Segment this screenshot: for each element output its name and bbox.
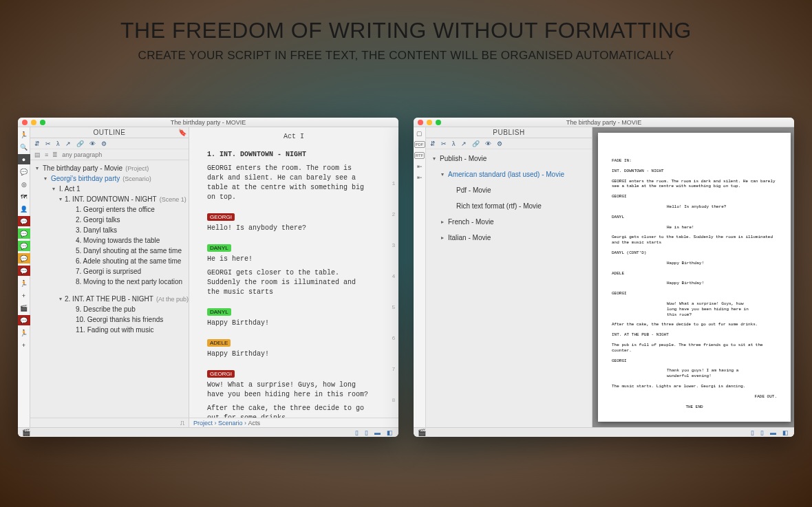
character-green2-icon[interactable]: 💬	[18, 241, 30, 251]
search-icon[interactable]: 🔍	[18, 142, 30, 152]
share-icon[interactable]: ↗	[461, 140, 467, 147]
tree-node[interactable]: ▾Georgi's birthday party (Scenario)	[33, 173, 186, 184]
view-icons[interactable]: ▯ ▯ ▬ ◧	[749, 429, 790, 436]
view-1-icon[interactable]: ▯	[749, 429, 756, 436]
character-green-icon[interactable]: 💬	[18, 228, 30, 239]
export-icon[interactable]: ⇤	[417, 163, 423, 170]
outline-tree[interactable]: ▾The birthday party - Movie (Project)▾Ge…	[30, 160, 189, 418]
tree-node[interactable]: 4. Moving towards the table	[33, 235, 186, 246]
character-tag[interactable]: GEORGI	[207, 213, 235, 221]
action-text[interactable]: GEORGI gets closer to the table. Suddenl…	[207, 268, 371, 297]
dot-icon[interactable]: ●	[18, 154, 30, 164]
list-icon[interactable]: ▤	[34, 151, 41, 158]
dialogue-text[interactable]: Happy Birthday!	[207, 349, 371, 359]
branch-icon[interactable]: λ	[56, 140, 60, 147]
run3-icon[interactable]: 🏃	[18, 327, 30, 338]
filter-icon[interactable]: ≣	[52, 151, 58, 158]
tree-node[interactable]: Pdf - Movie	[430, 185, 588, 195]
branch-icon[interactable]: λ	[452, 140, 456, 147]
action-text[interactable]: GEORGI enters the room. The room is dark…	[207, 164, 371, 202]
dialogue-text[interactable]: Wow! What a surprise! Guys, how long hav…	[207, 380, 371, 400]
tree-node[interactable]: ▾The birthday party - Movie (Project)	[33, 163, 186, 173]
view-1-icon[interactable]: ▯	[354, 429, 360, 436]
tree-node[interactable]: ▾I. Act 1	[33, 184, 186, 194]
view-3-icon[interactable]: ▬	[769, 429, 778, 436]
tree-node[interactable]: 9. Describe the pub	[33, 304, 186, 314]
outline-filter-row[interactable]: ▤ ≡ ≣	[30, 149, 189, 160]
cut-icon[interactable]: ✂	[45, 140, 51, 147]
character-orange-icon[interactable]: 💬	[18, 253, 30, 263]
tree-node[interactable]: ▾2. INT. AT THE PUB - NIGHT (At the pub)	[33, 294, 186, 304]
view-3-icon[interactable]: ▬	[373, 429, 382, 436]
clapper-icon[interactable]: 🎬	[418, 429, 426, 436]
eye-icon[interactable]: 👁	[485, 140, 491, 147]
publish-toolbar[interactable]: ⇵ ✂ λ ↗ 🔗 👁 ⚙	[426, 138, 592, 149]
tree-node[interactable]: 1. Georgi enters the office	[33, 204, 186, 215]
character-red2-icon[interactable]: 💬	[18, 266, 30, 276]
breadcrumb[interactable]: Project › Scenario › Acts	[189, 418, 398, 427]
share-icon[interactable]: ↗	[65, 140, 71, 147]
scene-heading: INT. DOWNTOWN - NIGHT	[612, 169, 777, 174]
publish-tree[interactable]: ▾Publish - Movie▾American standard (last…	[426, 149, 592, 427]
target-icon[interactable]: ◎	[18, 179, 30, 189]
tree-node[interactable]: 2. Georgi talks	[33, 215, 186, 225]
cut-icon[interactable]: ✂	[441, 140, 447, 147]
dialogue-text[interactable]: Hello! Is anybody there?	[207, 224, 371, 233]
filter-input[interactable]	[62, 151, 184, 158]
tree-node[interactable]: ▾American standard (last used) - Movie	[430, 169, 588, 180]
outline-toolbar[interactable]: ⇵ ✂ λ ↗ 🔗 👁 ⚙	[30, 138, 189, 149]
sort-icon[interactable]: ≡	[45, 151, 48, 158]
sliders-icon[interactable]: ⚙	[101, 140, 107, 147]
run2-icon[interactable]: 🏃	[18, 278, 30, 288]
tree-node[interactable]: 3. Danyl talks	[33, 225, 186, 235]
export2-icon[interactable]: ⇤	[417, 174, 423, 181]
tree-node[interactable]: ▾1. INT. DOWNTOWN - NIGHT (Scene 1)	[33, 194, 186, 204]
book-icon[interactable]: ▢	[416, 130, 423, 137]
character-tag[interactable]: DANYL	[207, 308, 231, 316]
tree-node[interactable]: 7. Georgi is surprised	[33, 266, 186, 277]
pdf-icon[interactable]: PDF	[414, 141, 425, 148]
tree-node[interactable]: Rich text format (rtf) - Movie	[430, 201, 588, 211]
hierarchy-icon[interactable]: ⇵	[34, 140, 40, 147]
action-text[interactable]: After the cake, the three decide to go o…	[207, 404, 371, 418]
plus2-icon[interactable]: +	[18, 340, 30, 350]
tree-node[interactable]: ▸Italian - Movie	[430, 233, 588, 243]
link-icon[interactable]: 🔗	[76, 140, 84, 147]
hierarchy-icon[interactable]: ⇵	[430, 140, 436, 147]
map-icon[interactable]: 🗺	[18, 191, 30, 202]
publish-rail[interactable]: ▢ PDF RTF ⇤ ⇤	[414, 127, 426, 427]
sliders-icon[interactable]: ⚙	[497, 140, 502, 147]
script-body[interactable]: 1. INT. DOWNTOWN - NIGHT GEORGI enters t…	[189, 146, 389, 418]
tree-node[interactable]: 10. Georgi thanks his friends	[33, 314, 186, 325]
view-4-icon[interactable]: ◧	[781, 429, 790, 436]
tree-node[interactable]: 8. Moving to the next party location	[33, 277, 186, 287]
chat-icon[interactable]: 💬	[18, 166, 30, 177]
user-icon[interactable]: 👤	[18, 204, 30, 214]
view-2-icon[interactable]: ▯	[363, 429, 370, 436]
view-4-icon[interactable]: ◧	[385, 429, 394, 436]
tree-node[interactable]: 6. Adele shouting at the same time	[33, 256, 186, 266]
tree-node[interactable]: 5. Danyl shouting at the same time	[33, 246, 186, 256]
eye-icon[interactable]: 👁	[89, 140, 96, 147]
run-icon[interactable]: 🏃	[18, 129, 30, 140]
equalizer-icon[interactable]: ⎍	[180, 419, 184, 427]
character-red-icon[interactable]: 💬	[18, 216, 30, 226]
character-red3-icon[interactable]: 💬	[18, 315, 30, 325]
clapper-icon[interactable]: 🎬	[18, 303, 30, 313]
character-tag[interactable]: ADELE	[207, 339, 231, 347]
dialogue-text[interactable]: Happy Birthday!	[207, 319, 371, 328]
tree-node[interactable]: ▾Publish - Movie	[430, 153, 588, 164]
rtf-icon[interactable]: RTF	[414, 152, 425, 159]
character-tag[interactable]: GEORGI	[207, 370, 235, 378]
plus-icon[interactable]: +	[18, 290, 30, 301]
bookmark-icon[interactable]: 🔖	[178, 129, 187, 136]
view-2-icon[interactable]: ▯	[759, 429, 765, 436]
left-rail[interactable]: 🏃 🔍 ● 💬 ◎ 🗺 👤 💬 💬 💬 💬 💬 🏃 + 🎬 💬 🏃 +	[18, 127, 30, 427]
clapper-icon[interactable]: 🎬	[22, 429, 30, 436]
character-tag[interactable]: DANYL	[207, 244, 231, 252]
dialogue-text[interactable]: He is here!	[207, 255, 371, 264]
view-icons[interactable]: ▯ ▯ ▬ ◧	[354, 429, 394, 436]
tree-node[interactable]: ▸French - Movie	[430, 217, 588, 227]
link-icon[interactable]: 🔗	[472, 140, 480, 147]
tree-node[interactable]: 11. Fading out with music	[33, 325, 186, 335]
